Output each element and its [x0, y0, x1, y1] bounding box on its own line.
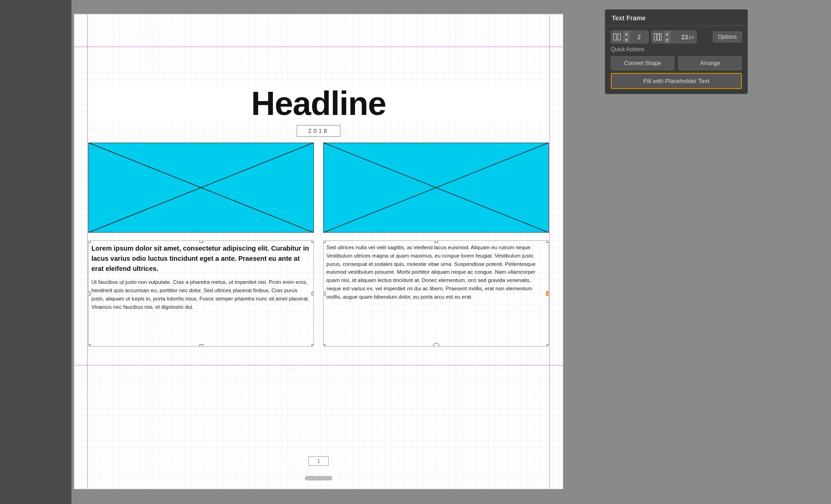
convert-shape-button[interactable]: Convert Shape — [611, 56, 674, 70]
panel-columns-section: ▲ ▼ ▲ ▼ px — [605, 26, 747, 94]
svg-rect-7 — [618, 34, 620, 40]
page-number-box: 1 — [308, 456, 329, 466]
handle-br — [312, 344, 314, 347]
handle-ml — [88, 292, 90, 295]
panel-title: Text Frame — [605, 10, 747, 26]
guide-vertical-left — [87, 14, 88, 489]
handle-bm — [199, 344, 203, 347]
overflow-circle — [433, 343, 440, 347]
handle-right-tl — [323, 240, 325, 243]
handle-right-tm — [434, 240, 438, 243]
guide-vertical-right — [549, 14, 550, 489]
guide-horizontal-top — [74, 47, 563, 47]
handle-tl — [88, 240, 90, 243]
guide-horizontal-bottom — [74, 365, 563, 366]
columns-icon — [611, 30, 623, 43]
body-text-right: Sed ultrices nulla vel velit sagittis, a… — [326, 244, 546, 301]
handle-tm — [199, 240, 203, 243]
placeholder-x-left — [88, 143, 314, 233]
left-sidebar — [0, 0, 72, 504]
text-row: Lorem ipsum dolor sit amet, consectetur … — [88, 240, 549, 347]
handle-right-ml — [323, 292, 325, 295]
text-frame-panel: Text Frame ▲ ▼ — [605, 9, 748, 94]
columns-input[interactable] — [630, 34, 648, 41]
year-box: 2018 — [297, 125, 341, 137]
columns-spin-down[interactable]: ▼ — [623, 37, 630, 43]
handle-right-bl — [323, 344, 325, 347]
columns-spinners: ▲ ▼ — [623, 30, 630, 43]
arrange-button[interactable]: Arrange — [678, 56, 742, 70]
columns-input-group: ▲ ▼ — [611, 30, 649, 43]
gutter-icon — [652, 30, 664, 43]
handle-tr — [312, 240, 314, 243]
text-column-left: Lorem ipsum dolor sit amet, consectetur … — [88, 240, 314, 347]
gutter-spin-down[interactable]: ▼ — [664, 37, 670, 43]
scrollbar-bottom[interactable] — [305, 476, 332, 480]
gutter-input[interactable] — [670, 34, 689, 41]
handle-right-br — [547, 344, 549, 347]
svg-rect-9 — [657, 34, 659, 40]
image-placeholder-left — [88, 143, 314, 233]
page-number: 1 — [317, 458, 320, 464]
panel-controls-row: ▲ ▼ ▲ ▼ px — [611, 30, 742, 43]
placeholder-x-right — [323, 143, 549, 233]
bold-paragraph: Lorem ipsum dolor sit amet, consectetur … — [91, 244, 311, 274]
gutter-input-group: ▲ ▼ px — [651, 30, 697, 43]
gutter-spinners: ▲ ▼ — [664, 30, 670, 43]
fill-placeholder-button[interactable]: Fill with Placeholder Text — [611, 73, 742, 89]
handle-right-tr — [547, 240, 549, 243]
gutter-unit: px — [689, 34, 696, 40]
body-text-left: Ut faucibus ut justo non vulputate. Cras… — [91, 278, 311, 311]
svg-rect-8 — [654, 34, 656, 40]
columns-spin-up[interactable]: ▲ — [623, 30, 630, 37]
svg-rect-6 — [614, 34, 616, 40]
image-placeholder-right — [323, 143, 549, 233]
overflow-handle-yellow — [546, 291, 549, 296]
options-button[interactable]: Options — [713, 31, 742, 42]
year-text: 2018 — [308, 127, 329, 134]
quick-action-buttons: Convert Shape Arrange — [611, 56, 742, 70]
svg-rect-10 — [660, 34, 662, 40]
canvas: Headline 2018 — [74, 14, 563, 489]
handle-bl — [88, 344, 90, 347]
gutter-spin-up[interactable]: ▲ — [664, 30, 670, 37]
headline-text: Headline — [251, 84, 386, 122]
quick-actions-label: Quick Actions — [611, 46, 742, 53]
handle-mr — [312, 292, 314, 295]
headline-frame: Headline — [88, 86, 549, 120]
text-column-right: Sed ultrices nulla vel velit sagittis, a… — [323, 240, 549, 347]
image-row — [88, 143, 549, 233]
